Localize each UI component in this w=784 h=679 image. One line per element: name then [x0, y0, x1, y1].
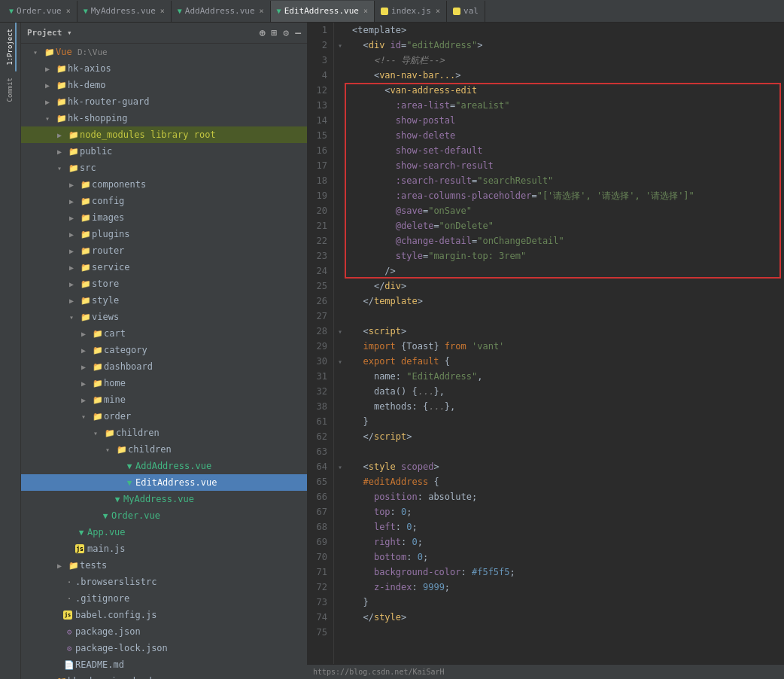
code-line: <div id="editAddress"> — [352, 38, 784, 53]
tree-item-hk-router-guard[interactable]: ▶ 📁 hk-router-guard — [21, 93, 307, 110]
code-line: import {Toast} from 'vant' — [352, 339, 784, 354]
tree-label: MyAddress.vue — [123, 494, 307, 504]
code-line: style="margin-top: 3rem" — [352, 248, 784, 263]
code-line: <!-- 导航栏--> — [352, 53, 784, 68]
tab-close-icon[interactable]: × — [160, 7, 165, 15]
tree-item-order-vue[interactable]: ▼ Order.vue — [21, 507, 307, 524]
tree-item-package-json[interactable]: ⚙ package.json — [21, 623, 307, 640]
tree-item-hk-axios[interactable]: ▶ 📁 hk-axios — [21, 60, 307, 77]
tree-label: order — [104, 411, 307, 422]
code-line: methods: {...}, — [352, 399, 784, 414]
tab-index-js[interactable]: index.js × — [375, 1, 447, 22]
sidebar-icon-layout[interactable]: ⊞ — [272, 27, 278, 38]
tree-item-order[interactable]: ▾ 📁 order — [21, 408, 307, 425]
vtab-project[interactable]: 1:Project — [5, 23, 17, 72]
tree-item-views[interactable]: ▾ 📁 views — [21, 309, 307, 325]
tree-item-plugins[interactable]: ▶ 📁 plugins — [21, 226, 307, 242]
tree-item-addaddress[interactable]: ▼ AddAddress.vue — [21, 458, 307, 474]
tree-item-package-lock[interactable]: ⚙ package-lock.json — [21, 640, 307, 656]
code-editor: 1234121314151617181920212223242526272829… — [307, 23, 784, 679]
sidebar-icon-gear[interactable]: ⚙ — [283, 27, 289, 38]
tree-item-babel-config[interactable]: js babel.config.js — [21, 607, 307, 623]
tree-item-hk-shopping-backup[interactable]: ▶ 📁 hk-shopping-backup — [21, 673, 307, 679]
tree-item-children-5[interactable]: ▾ 📁 children — [21, 425, 307, 441]
vtab-commit[interactable]: Commit — [5, 72, 17, 108]
tab-addaddress-vue[interactable]: ▼ AddAddress.vue × — [172, 1, 271, 22]
sidebar-icon-add[interactable]: ⊕ — [260, 27, 266, 38]
tree-item-store[interactable]: ▶ 📁 store — [21, 276, 307, 292]
code-line: data() {...}, — [352, 384, 784, 399]
tree-item-config[interactable]: ▶ 📁 config — [21, 193, 307, 209]
code-line: position: absolute; — [352, 489, 784, 504]
tree-item-mine[interactable]: ▶ 📁 mine — [21, 391, 307, 408]
tree-item-myaddress[interactable]: ▼ MyAddress.vue — [21, 491, 307, 507]
tree-label: babel.config.js — [75, 610, 307, 620]
tree-label: home — [104, 378, 307, 388]
tab-close-icon[interactable]: × — [66, 7, 71, 15]
code-line: z-index: 9999; — [352, 580, 784, 595]
tree-item-hk-shopping[interactable]: ▾ 📁 hk-shopping — [21, 110, 307, 126]
vertical-tabs: 1:Project Commit — [0, 23, 21, 679]
sidebar-icon-close[interactable]: – — [295, 27, 301, 38]
code-line: @change-detail="onChangeDetail" — [352, 233, 784, 248]
fold-arrow[interactable]: ▾ — [334, 459, 346, 474]
tree-item-components[interactable]: ▶ 📁 components — [21, 176, 307, 193]
tree-label: EditAddress.vue — [135, 477, 307, 488]
code-line: @delete="onDelete" — [352, 218, 784, 233]
tree-item-src[interactable]: ▾ 📁 src — [21, 160, 307, 176]
tree-item-home[interactable]: ▶ 📁 home — [21, 375, 307, 391]
tree-item-app-vue[interactable]: ▼ App.vue — [21, 524, 307, 540]
code-area[interactable]: <template> <div id="editAddress"> <!-- 导… — [346, 23, 784, 664]
code-line: :area-list="areaList" — [352, 98, 784, 113]
tree-item-tests[interactable]: ▶ 📁 tests — [21, 557, 307, 574]
tab-myaddress-vue[interactable]: ▼ MyAddress.vue × — [77, 1, 172, 22]
tree-item-cart[interactable]: ▶ 📁 cart — [21, 325, 307, 342]
tree-label: router — [92, 245, 307, 256]
sidebar-tree: ▾ 📁 Vue D:\Vue ▶ 📁 hk-axios ▶ 📁 hk-demo — [21, 44, 307, 679]
tree-item-editaddress[interactable]: ▼ EditAddress.vue — [21, 474, 307, 491]
code-line: :search-result="searchResult" — [352, 173, 784, 188]
tab-label: AddAddress.vue — [185, 6, 255, 16]
sidebar: Project ▾ ⊕ ⊞ ⚙ – ▾ 📁 Vue D:\Vue — [21, 23, 307, 679]
tab-label: val — [463, 6, 479, 16]
sidebar-title: Project ▾ — [27, 28, 72, 38]
tree-item-category[interactable]: ▶ 📁 category — [21, 342, 307, 358]
code-line: } — [352, 414, 784, 429]
tree-item-node-modules[interactable]: ▶ 📁 node_modules library root — [21, 126, 307, 143]
tree-label: tests — [80, 560, 307, 571]
tree-item-style[interactable]: ▶ 📁 style — [21, 292, 307, 309]
tab-close-icon[interactable]: × — [260, 7, 264, 15]
tree-item-images[interactable]: ▶ 📁 images — [21, 209, 307, 226]
tree-label: hk-router-guard — [68, 96, 307, 107]
code-line: </template> — [352, 294, 784, 309]
fold-arrow[interactable]: ▾ — [334, 38, 346, 53]
tree-item-service[interactable]: ▶ 📁 service — [21, 259, 307, 276]
fold-arrow[interactable]: ▾ — [334, 324, 346, 339]
tree-item-main-js[interactable]: js main.js — [21, 540, 307, 557]
tree-label: hk-shopping-backup — [68, 676, 307, 679]
tab-order-vue[interactable]: ▼ Order.vue × — [3, 1, 77, 22]
fold-arrow[interactable]: ▾ — [334, 354, 346, 369]
tree-item-vue[interactable]: ▾ 📁 Vue D:\Vue — [21, 44, 307, 60]
tab-val-js[interactable]: val — [447, 1, 485, 22]
tree-item-children-6[interactable]: ▾ 📁 children — [21, 441, 307, 458]
tree-label: node_modules library root — [80, 129, 307, 140]
bottom-bar: https://blog.csdn.net/KaiSarH — [307, 664, 784, 679]
tree-item-gitignore[interactable]: · .gitignore — [21, 590, 307, 607]
tab-close-icon[interactable]: × — [363, 7, 368, 15]
tree-item-router[interactable]: ▶ 📁 router — [21, 242, 307, 259]
tab-close-icon[interactable]: × — [436, 7, 440, 15]
tab-editaddress-vue[interactable]: ▼ EditAddress.vue × — [271, 1, 375, 22]
tree-item-public[interactable]: ▶ 📁 public — [21, 143, 307, 160]
code-line: #editAddress { — [352, 474, 784, 489]
tree-item-readme[interactable]: 📄 README.md — [21, 656, 307, 673]
line-numbers: 1234121314151617181920212223242526272829… — [307, 23, 334, 664]
editor-content[interactable]: 1234121314151617181920212223242526272829… — [307, 23, 784, 664]
tree-label: plugins — [92, 229, 307, 239]
tree-item-hk-demo[interactable]: ▶ 📁 hk-demo — [21, 77, 307, 93]
tree-item-browserslistrc[interactable]: · .browserslistrc — [21, 574, 307, 590]
tree-item-dashboard[interactable]: ▶ 📁 dashboard — [21, 358, 307, 375]
tree-label: style — [92, 295, 307, 306]
tree-label: category — [104, 345, 307, 355]
code-line: background-color: #f5f5f5; — [352, 565, 784, 580]
